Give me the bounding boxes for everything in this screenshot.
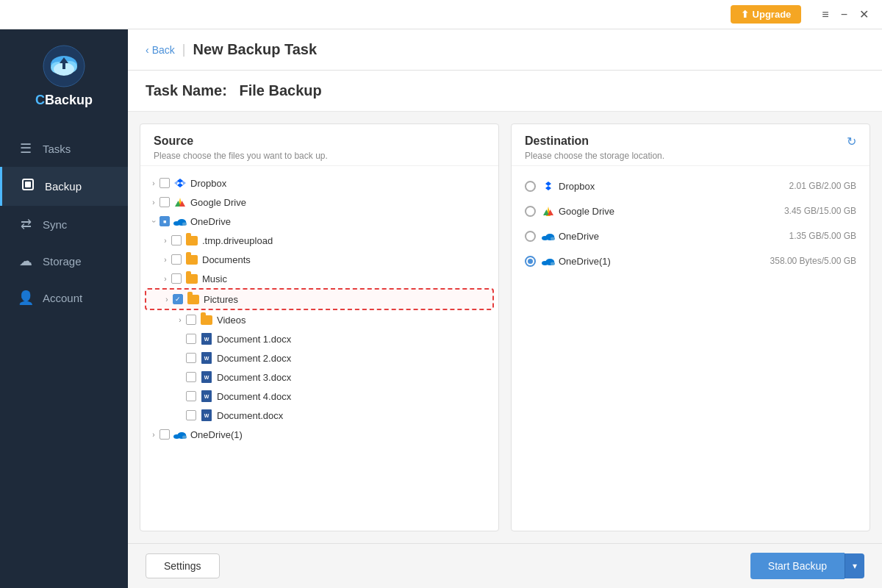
sidebar-label-sync: Sync: [43, 218, 67, 231]
radio-onedrive1[interactable]: [525, 256, 536, 267]
sidebar-label-storage: Storage: [43, 255, 82, 268]
checkbox-doc3[interactable]: [186, 372, 196, 382]
dest-item-onedrive[interactable]: OneDrive 1.35 GB/5.00 GB: [516, 223, 865, 248]
expand-icon: ›: [159, 237, 171, 245]
sidebar-item-storage[interactable]: ☁ Storage: [0, 243, 128, 279]
label-onedrive1: OneDrive(1): [190, 429, 243, 440]
label-dropbox: Dropbox: [190, 178, 226, 189]
tree-item-doc2[interactable]: W Document 2.docx: [145, 348, 494, 368]
sidebar-label-backup: Backup: [45, 180, 82, 193]
folder-icon-videos: [200, 313, 213, 326]
tree-item-onedrive[interactable]: › OneDrive: [145, 212, 494, 231]
checkbox-doc5[interactable]: [186, 410, 196, 420]
expand-icon: ›: [148, 431, 159, 439]
checkbox-doc1[interactable]: [186, 334, 196, 344]
dest-label-dropbox: Dropbox: [559, 181, 789, 192]
dest-item-dropbox[interactable]: Dropbox 2.01 GB/2.00 GB: [516, 173, 865, 198]
tree-item-onedrive1[interactable]: › OneDrive(1): [145, 425, 494, 444]
sidebar-item-backup[interactable]: Backup: [0, 167, 128, 206]
svg-rect-7: [25, 182, 31, 187]
sidebar-label-account: Account: [43, 292, 82, 304]
sidebar-nav: ☰ Tasks Backup ⇄ Sync ☁ Storage 👤 Accoun…: [0, 130, 128, 316]
tasks-icon: ☰: [18, 140, 34, 157]
dest-label-gdrive: Google Drive: [559, 206, 784, 217]
dest-onedrive-icon: [542, 229, 555, 243]
checkbox-doc2[interactable]: [186, 353, 196, 363]
dest-item-onedrive1[interactable]: OneDrive(1) 358.00 Bytes/5.00 GB: [516, 248, 865, 273]
tree-item-music[interactable]: › Music: [145, 269, 494, 288]
destination-title: Destination: [525, 135, 664, 148]
task-name-bar: Task Name: File Backup: [128, 71, 882, 112]
tree-item-tmp[interactable]: › .tmp.driveupload: [145, 231, 494, 250]
expand-icon: ›: [148, 198, 159, 207]
checkbox-onedrive1[interactable]: [159, 429, 170, 440]
checkbox-music[interactable]: [171, 273, 182, 284]
tree-item-gdrive[interactable]: › Google Drive: [145, 193, 494, 212]
label-doc3: Document 3.docx: [217, 372, 291, 383]
word-icon-doc3: W: [200, 370, 213, 384]
folder-icon-tmp: [185, 234, 198, 247]
dest-item-gdrive[interactable]: Google Drive 3.45 GB/15.00 GB: [516, 198, 865, 223]
app-body: CBackup ☰ Tasks Backup ⇄ Sync ☁ Storage: [0, 29, 882, 588]
dest-header-row: Destination Please choose the storage lo…: [525, 135, 856, 161]
tree-item-videos[interactable]: › Videos: [145, 310, 494, 329]
label-onedrive: OneDrive: [190, 216, 231, 227]
dropbox-icon: [173, 176, 187, 190]
dest-storage-dropbox: 2.01 GB/2.00 GB: [789, 181, 856, 191]
sidebar-item-sync[interactable]: ⇄ Sync: [0, 206, 128, 243]
word-icon-doc5: W: [200, 409, 213, 422]
sidebar-item-account[interactable]: 👤 Account: [0, 279, 128, 316]
gdrive-icon: [173, 196, 187, 209]
refresh-button[interactable]: ↻: [847, 135, 856, 148]
start-backup-button[interactable]: Start Backup: [750, 553, 845, 579]
label-doc2: Document 2.docx: [217, 353, 291, 364]
label-music: Music: [202, 273, 227, 284]
source-subtitle: Please choose the files you want to back…: [154, 151, 485, 161]
checkbox-onedrive[interactable]: [159, 216, 170, 226]
source-panel: Source Please choose the files you want …: [140, 123, 499, 531]
expand-icon: ›: [148, 179, 159, 187]
tree-item-doc3[interactable]: W Document 3.docx: [145, 368, 494, 387]
header-divider: |: [182, 42, 186, 57]
expand-icon: ›: [150, 215, 158, 227]
tree-item-pictures[interactable]: › Pictures: [145, 288, 494, 310]
dest-gdrive-icon: [542, 204, 555, 218]
svg-point-17: [182, 436, 187, 440]
label-doc4: Document 4.docx: [217, 391, 291, 402]
destination-panel-body[interactable]: Dropbox 2.01 GB/2.00 GB: [512, 166, 870, 531]
minimize-button[interactable]: −: [835, 5, 853, 24]
checkbox-dropbox[interactable]: [159, 178, 170, 188]
logo-text: CBackup: [35, 93, 93, 108]
checkbox-tmp[interactable]: [171, 235, 182, 245]
destination-panel-header: Destination Please choose the storage lo…: [512, 124, 870, 166]
source-title: Source: [154, 135, 485, 148]
checkbox-doc4[interactable]: [186, 391, 196, 401]
start-backup-dropdown-button[interactable]: ▾: [845, 553, 864, 578]
expand-icon: ›: [159, 275, 171, 283]
word-icon-doc1: W: [200, 332, 213, 345]
radio-gdrive[interactable]: [525, 206, 536, 217]
checkbox-videos[interactable]: [186, 315, 196, 325]
tree-item-doc5[interactable]: W Document.docx: [145, 406, 494, 425]
checkbox-gdrive[interactable]: [159, 197, 170, 207]
tree-item-dropbox[interactable]: › Dropbox: [145, 173, 494, 193]
sidebar-item-tasks[interactable]: ☰ Tasks: [0, 130, 128, 167]
menu-button[interactable]: ≡: [816, 5, 834, 24]
checkbox-pictures[interactable]: [173, 294, 183, 304]
checkbox-documents[interactable]: [171, 254, 182, 265]
backup-icon: [20, 177, 36, 196]
label-doc1: Document 1.docx: [217, 334, 291, 345]
sidebar: CBackup ☰ Tasks Backup ⇄ Sync ☁ Storage: [0, 29, 128, 588]
close-button[interactable]: ✕: [853, 4, 875, 24]
tree-item-doc1[interactable]: W Document 1.docx: [145, 329, 494, 348]
label-tmp: .tmp.driveupload: [202, 235, 273, 246]
tree-item-documents[interactable]: › Documents: [145, 250, 494, 269]
radio-onedrive[interactable]: [525, 231, 536, 242]
back-button[interactable]: ‹ Back: [146, 44, 175, 56]
radio-dropbox[interactable]: [525, 181, 536, 192]
settings-button[interactable]: Settings: [146, 553, 220, 578]
tree-item-doc4[interactable]: W Document 4.docx: [145, 387, 494, 406]
source-panel-body[interactable]: › Dropbox ›: [140, 166, 498, 531]
page-title: New Backup Task: [193, 41, 317, 58]
upgrade-button[interactable]: ⬆ Upgrade: [731, 5, 802, 24]
